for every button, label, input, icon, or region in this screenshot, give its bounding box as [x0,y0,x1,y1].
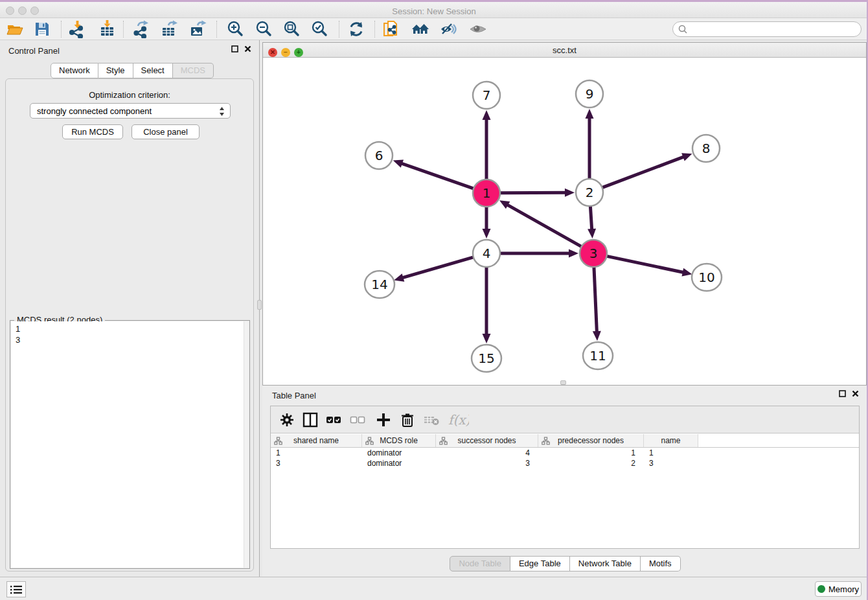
deselect-all-icon[interactable] [349,411,366,428]
app-window: Session: New Session [0,0,868,600]
graph-arrowhead [393,159,404,167]
column-header-predecessor-nodes[interactable]: predecessor nodes [538,434,644,447]
apply-function-icon: f(x) [447,411,469,428]
toolbar-separator [123,21,124,38]
title-bar: Session: New Session [0,0,868,18]
table-cell[interactable]: 3 [436,458,538,468]
toolbar-separator [374,21,375,38]
tab-select[interactable]: Select [133,63,173,78]
close-table-panel-icon[interactable] [852,390,859,397]
node-table[interactable]: shared nameMCDS rolesuccessor nodesprede… [271,434,859,548]
graph-edge-3-10[interactable] [606,256,685,273]
table-cell[interactable]: 1 [271,448,362,458]
memory-status-dot [817,585,825,593]
import-table-icon[interactable] [98,20,117,38]
show-panels-list-button[interactable] [6,581,26,597]
close-panel-icon[interactable] [244,45,251,52]
horizontal-splitter-handle[interactable] [560,380,566,385]
column-type-icon [439,437,448,445]
graph-edge-3-11[interactable] [594,266,597,333]
table-row[interactable]: 3dominator323 [271,458,859,468]
network-titlebar[interactable]: ✕−+ scc.txt [263,43,866,58]
show-panel-eye-icon[interactable] [469,20,487,38]
graph-edge-4-14[interactable] [402,257,474,279]
delete-table-icon [423,411,440,428]
table-cell[interactable]: 4 [436,448,538,458]
toolbar-separator [339,21,339,38]
toolbar-separator [61,21,62,38]
export-table-icon[interactable] [161,20,179,38]
close-panel-button[interactable]: Close panel [131,124,200,139]
table-cell[interactable]: 3 [271,458,362,468]
show-columns-icon[interactable] [302,411,319,428]
criterion-dropdown[interactable]: strongly connected component [30,103,231,119]
control-panel-header: Control Panel [0,40,259,60]
open-session-icon[interactable] [6,20,24,38]
graph-arrowhead [483,334,491,343]
graph-arrowhead [483,110,491,120]
save-session-icon[interactable] [33,20,51,38]
graph-node-label: 3 [589,246,598,261]
vertical-splitter-handle[interactable] [257,300,262,310]
graph-arrowhead [569,249,578,258]
table-cell[interactable]: dominator [362,448,436,458]
tab-edge-table[interactable]: Edge Table [510,556,570,571]
column-header-MCDS-role[interactable]: MCDS role [362,434,436,447]
memory-label: Memory [828,584,859,594]
float-panel-icon[interactable] [231,45,238,52]
network-canvas[interactable]: 1234678910111415 [263,58,866,385]
tab-node-table[interactable]: Node Table [450,556,510,571]
table-row[interactable]: 1dominator411 [271,448,859,458]
network-graph[interactable]: 1234678910111415 [263,58,866,385]
delete-column-trash-icon[interactable] [399,411,416,428]
tab-style[interactable]: Style [98,63,133,78]
export-image-icon[interactable] [189,20,207,38]
column-header-name[interactable]: name [644,434,698,447]
column-header-successor-nodes[interactable]: successor nodes [436,434,538,447]
graph-edge-2-3[interactable] [590,205,591,231]
hide-panel-eye-icon[interactable] [440,20,458,38]
graph-edge-2-8[interactable] [602,156,685,188]
tab-network-table[interactable]: Network Table [570,556,641,571]
search-box[interactable] [672,21,862,37]
graph-node-label: 10 [698,270,714,285]
zoom-fit-icon[interactable] [282,20,301,38]
add-column-icon[interactable] [375,411,392,428]
graph-edge-1-6[interactable] [400,163,474,189]
table-cell[interactable]: 2 [538,458,644,468]
graph-edge-3-1[interactable] [506,204,582,247]
table-cell[interactable]: 1 [538,448,644,458]
window-title: Session: New Session [0,6,868,16]
graph-node-label: 14 [371,277,387,292]
clone-network-icon[interactable] [383,20,401,38]
table-cell[interactable]: 3 [644,458,698,468]
table-cell[interactable]: dominator [362,458,436,468]
list-icon [10,584,23,595]
tab-network[interactable]: Network [51,63,98,78]
mcds-result-text[interactable]: 1 3 [11,321,244,568]
column-header-shared-name[interactable]: shared name [271,434,362,447]
memory-button[interactable]: Memory [815,581,862,597]
result-scrollbar[interactable] [244,321,249,568]
table-panel-title: Table Panel [272,391,316,400]
mcds-result-box: MCDS result (2 nodes) 1 3 [10,320,250,569]
table-cell[interactable]: 1 [644,448,698,458]
import-network-icon[interactable] [68,20,86,38]
tab-mcds[interactable]: MCDS [173,63,214,78]
float-table-panel-icon[interactable] [839,390,846,397]
zoom-selected-icon[interactable] [310,20,328,38]
home-icon[interactable] [411,20,429,38]
table-options-gear-icon[interactable] [279,411,295,428]
graph-node-label: 15 [478,351,494,366]
search-input[interactable] [688,25,850,34]
zoom-in-icon[interactable] [226,20,244,38]
zoom-out-icon[interactable] [255,20,273,38]
run-mcds-button[interactable]: Run MCDS [62,124,123,139]
graph-edge-1-2[interactable] [499,192,567,193]
refresh-icon[interactable] [347,20,365,38]
tab-motifs[interactable]: Motifs [641,556,681,571]
graph-arrowhead [565,189,575,197]
select-all-icon[interactable] [325,411,342,428]
export-network-icon[interactable] [133,20,151,38]
mcds-tab-content: Optimization criterion: strongly connect… [5,78,254,571]
